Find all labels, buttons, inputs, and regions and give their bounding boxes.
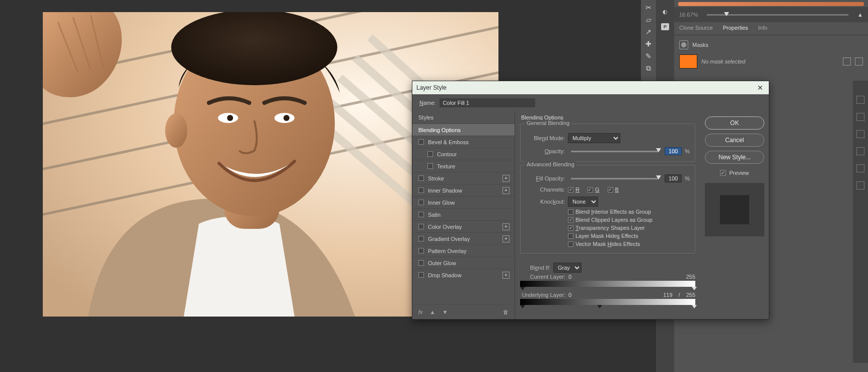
style-outer-glow[interactable]: Outer Glow (412, 257, 515, 269)
clone-stamp-icon[interactable]: ⧉ (644, 64, 653, 73)
name-input[interactable] (440, 98, 535, 107)
fill-opacity-value[interactable] (665, 174, 682, 182)
add-inner-shadow-icon[interactable]: + (502, 187, 510, 194)
name-label: Name: (419, 100, 436, 106)
opacity-value[interactable] (665, 147, 682, 155)
mask-icon (679, 40, 688, 49)
general-blending-group: General Blending Blend Mode: Multiply Op… (520, 123, 695, 162)
fill-swatch[interactable] (679, 54, 697, 69)
knockout-select[interactable]: None (568, 197, 598, 207)
style-bevel-emboss[interactable]: Bevel & Emboss (412, 136, 515, 148)
move-up-icon[interactable]: ▲ (430, 309, 436, 315)
trash-icon[interactable]: 🗑 (503, 309, 509, 315)
tab-info[interactable]: Info (753, 22, 772, 35)
style-pattern-overlay[interactable]: Pattern Overlay (412, 244, 515, 257)
add-color-overlay-icon[interactable]: + (502, 223, 510, 230)
brush-icon[interactable]: ✎ (644, 51, 653, 60)
style-inner-shadow[interactable]: Inner Shadow+ (412, 184, 515, 196)
rail-icon-1[interactable] (856, 96, 864, 104)
blendif-section: Blend If: Gray Current Layer: 0 255 Unde… (520, 259, 695, 305)
this-layer-label: Current Layer: (520, 274, 565, 280)
new-style-button[interactable]: New Style... (705, 151, 764, 164)
add-gradient-overlay-icon[interactable]: + (502, 235, 510, 242)
add-stroke-icon[interactable]: + (502, 175, 510, 182)
paragraph-icon[interactable]: P (661, 22, 670, 31)
style-gradient-overlay[interactable]: Gradient Overlay+ (412, 232, 515, 244)
zoom-value: 16.67% (679, 12, 698, 18)
style-blending-options[interactable]: Blending Options (412, 123, 515, 136)
preview-box (705, 183, 764, 236)
channel-g[interactable]: G (588, 187, 600, 193)
underlying-label: Underlying Layer: (520, 292, 565, 298)
right-rail (853, 81, 868, 363)
crop-tool-icon[interactable]: ✂ (644, 3, 653, 12)
svg-point-17 (283, 115, 290, 121)
no-mask-text: No mask selected (701, 58, 745, 65)
chk-transparency[interactable]: Transparency Shapes Layer (568, 225, 645, 231)
rail-icon-3[interactable] (856, 130, 864, 138)
rail-icon-4[interactable] (856, 147, 864, 155)
add-vector-mask-icon[interactable] (855, 57, 863, 66)
blend-mode-select[interactable]: Multiply (568, 133, 620, 143)
masks-label: Masks (692, 42, 708, 48)
ok-button[interactable]: OK (705, 116, 764, 130)
style-drop-shadow[interactable]: Drop Shadow+ (412, 269, 515, 281)
style-contour[interactable]: Contour (412, 148, 515, 160)
adjustments-icon[interactable]: ◐ (661, 7, 670, 16)
channels-label: Channels: (526, 187, 565, 193)
styles-column: Styles Blending Options Bevel & Emboss C… (412, 111, 515, 319)
properties-body: Masks No mask selected (674, 35, 868, 79)
name-row: Name: (412, 94, 769, 111)
navigator-bar: 16.67% ▲ (674, 7, 868, 22)
chk-layer-mask[interactable]: Layer Mask Hides Effects (568, 233, 638, 239)
style-satin[interactable]: Satin (412, 208, 515, 220)
layer-style-dialog: Layer Style ✕ Name: Styles Blending Opti… (412, 81, 769, 320)
knockout-label: Knockout: (526, 199, 565, 205)
options-title: Blending Options (515, 111, 700, 120)
opacity-slider[interactable] (571, 151, 659, 152)
panel-tabs: Clone Source Properties Info (674, 22, 868, 35)
fill-opacity-label: Fill Opacity: (526, 175, 565, 181)
styles-footer: fx ▲ ▼ 🗑 (412, 304, 515, 319)
move-down-icon[interactable]: ▼ (442, 309, 448, 315)
chk-vector-mask[interactable]: Vector Mask Hides Effects (568, 241, 640, 247)
tab-properties[interactable]: Properties (718, 22, 753, 35)
close-icon[interactable]: ✕ (756, 83, 765, 92)
chk-clipped[interactable]: Blend Clipped Layers as Group (568, 217, 653, 223)
options-column: Blending Options General Blending Blend … (515, 111, 700, 319)
rail-icon-5[interactable] (856, 164, 864, 172)
zoom-slider[interactable] (707, 14, 848, 16)
advanced-blending-label: Advanced Blending (525, 161, 576, 167)
cancel-button[interactable]: Cancel (705, 134, 764, 147)
blend-mode-label: Blend Mode: (526, 135, 565, 141)
advanced-blending-group: Advanced Blending Fill Opacity: % Channe… (520, 165, 695, 254)
style-color-overlay[interactable]: Color Overlay+ (412, 220, 515, 232)
add-drop-shadow-icon[interactable]: + (502, 272, 510, 279)
fill-opacity-slider[interactable] (571, 178, 659, 179)
healing-brush-icon[interactable]: ✚ (644, 39, 653, 48)
svg-point-12 (171, 12, 337, 85)
blendif-label: Blend If: (520, 265, 550, 271)
add-pixel-mask-icon[interactable] (843, 57, 851, 66)
this-layer-gradient[interactable] (520, 281, 695, 287)
preview-checkbox[interactable]: ✓Preview (720, 170, 749, 176)
tab-clone-source[interactable]: Clone Source (674, 22, 718, 35)
blendif-select[interactable]: Gray (553, 263, 582, 273)
channel-b[interactable]: B (608, 187, 619, 193)
style-inner-glow[interactable]: Inner Glow (412, 196, 515, 208)
perspective-crop-icon[interactable]: ▱ (644, 15, 653, 24)
chk-interior[interactable]: Blend Interior Effects as Group (568, 209, 651, 215)
fx-label[interactable]: fx (418, 309, 423, 315)
dialog-title: Layer Style (416, 84, 447, 91)
general-blending-label: General Blending (525, 120, 571, 126)
eyedropper-icon[interactable]: ↗ (644, 27, 653, 36)
zoom-in-icon[interactable]: ▲ (857, 12, 863, 18)
dialog-titlebar[interactable]: Layer Style ✕ (412, 81, 769, 94)
rail-icon-2[interactable] (856, 113, 864, 121)
underlying-gradient[interactable] (520, 299, 695, 305)
navigator-thumbnail[interactable] (678, 2, 864, 6)
rail-icon-6[interactable] (856, 181, 864, 190)
style-texture[interactable]: Texture (412, 160, 515, 172)
channel-r[interactable]: R (568, 187, 580, 193)
style-stroke[interactable]: Stroke+ (412, 172, 515, 184)
